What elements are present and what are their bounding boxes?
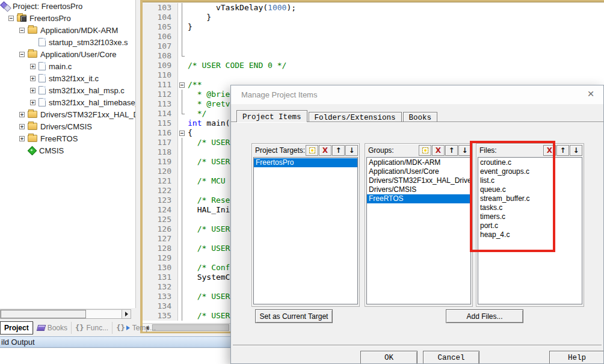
tab-books[interactable]: Books <box>33 322 71 334</box>
list-item[interactable]: croutine.c <box>478 158 582 167</box>
move-down-button[interactable]: ↓ <box>345 145 358 156</box>
file-icon <box>39 62 46 70</box>
fold-toggle-icon[interactable]: − <box>179 131 185 136</box>
expand-toggle[interactable]: − <box>19 52 25 57</box>
list-item[interactable]: Drivers/CMSIS <box>367 185 470 194</box>
tree-item-drivers-stm32f1xx-hal-driv[interactable]: +Drivers/STM32F1xx_HAL_Driv <box>0 108 135 120</box>
list-item[interactable]: FreeRTOS <box>367 194 470 203</box>
list-item[interactable]: FreertosPro <box>254 158 357 167</box>
cancel-button[interactable]: Cancel <box>423 351 479 364</box>
fold-column <box>177 224 186 234</box>
new-item-button[interactable] <box>306 145 318 156</box>
scroll-right-icon[interactable] <box>122 310 131 318</box>
list-item[interactable]: port.c <box>478 221 582 230</box>
list-item[interactable]: event_groups.c <box>478 167 582 176</box>
fold-toggle-icon[interactable]: − <box>179 82 185 88</box>
list-item[interactable]: timers.c <box>478 212 582 221</box>
code-text: /* USER <box>186 157 230 167</box>
code-text: /* Confi <box>186 263 235 273</box>
fold-column <box>177 263 186 273</box>
list-item[interactable]: list.c <box>478 176 582 185</box>
expand-toggle[interactable]: + <box>19 124 25 129</box>
tab-func[interactable]: {}Func... <box>71 322 112 334</box>
tree-item-project-freertospro[interactable]: Project: FreertosPro <box>0 0 135 12</box>
line-number: 125 <box>143 215 177 224</box>
tab-label: Project <box>4 324 29 332</box>
tree-item-application-user-core[interactable]: −Application/User/Core <box>0 48 135 60</box>
file-icon <box>39 74 46 82</box>
move-up-button[interactable]: ↑ <box>445 145 458 156</box>
code-text: SystemCl <box>186 273 235 282</box>
line-number: 120 <box>143 167 177 176</box>
tree-horizontal-scrollbar[interactable] <box>0 309 131 319</box>
braces-icon: {} <box>116 324 125 332</box>
fold-column <box>177 119 186 128</box>
list-item[interactable]: queue.c <box>478 185 582 194</box>
list-item[interactable]: Application/MDK-ARM <box>367 158 470 167</box>
tree-item-cmsis[interactable]: CMSIS <box>0 144 135 156</box>
code-text: /* MCU C <box>186 176 235 186</box>
code-line: 110 <box>143 70 604 80</box>
tab-project[interactable]: Project <box>0 321 33 335</box>
expand-toggle[interactable]: + <box>30 64 35 69</box>
expand-toggle[interactable]: + <box>19 136 25 141</box>
item-list[interactable]: croutine.cevent_groups.clist.cqueue.cstr… <box>478 157 582 304</box>
expand-toggle[interactable]: + <box>30 76 35 81</box>
dialog-titlebar[interactable]: Manage Project Items × <box>231 85 603 104</box>
line-number: 118 <box>143 147 177 157</box>
fold-column <box>177 273 186 282</box>
list-item[interactable]: tasks.c <box>478 203 582 212</box>
tree-scrollbar-thumb[interactable] <box>1 310 86 318</box>
move-down-button[interactable]: ↓ <box>570 145 582 156</box>
help-button[interactable]: Help <box>549 351 604 364</box>
new-item-button[interactable] <box>419 145 431 156</box>
move-down-button[interactable]: ↓ <box>458 145 471 156</box>
code-text: /** <box>186 80 202 90</box>
fold-column <box>177 186 186 196</box>
tree-item-freertospro[interactable]: −FreertosPro <box>0 12 135 24</box>
tab-books[interactable]: Books <box>403 112 438 122</box>
move-up-button[interactable]: ↑ <box>556 145 569 156</box>
list-item[interactable]: Drivers/STM32F1xx_HAL_Driver <box>367 176 470 185</box>
delete-item-button[interactable]: X <box>319 145 331 156</box>
ok-button[interactable]: OK <box>360 351 418 364</box>
tab-folders-extensions[interactable]: Folders/Extensions <box>309 112 402 122</box>
tab-temp[interactable]: {}Temp... <box>112 322 159 334</box>
expand-toggle[interactable]: + <box>30 88 35 93</box>
add-files-button[interactable]: Add Files... <box>446 309 523 323</box>
delete-item-button[interactable]: X <box>432 145 445 156</box>
list-item[interactable]: heap_4.c <box>478 230 582 239</box>
tree-item-drivers-cmsis[interactable]: +Drivers/CMSIS <box>0 120 135 132</box>
delete-item-button[interactable]: X <box>543 145 556 156</box>
item-list[interactable]: FreertosPro <box>253 157 358 304</box>
tree-item-application-mdk-arm[interactable]: −Application/MDK-ARM <box>0 24 135 36</box>
column-files: Files:X↑↓croutine.cevent_groups.clist.cq… <box>476 143 584 307</box>
tree-item-stm32f1xx-hal-timebase[interactable]: +stm32f1xx_hal_timebase_ <box>0 96 135 108</box>
line-number: 116 <box>143 128 177 138</box>
fold-column <box>177 282 186 292</box>
item-list[interactable]: Application/MDK-ARMApplication/User/Core… <box>366 157 471 304</box>
tree-item-freertos[interactable]: +FreeRTOS <box>0 132 135 144</box>
line-number: 105 <box>143 22 177 32</box>
fold-column <box>177 311 186 321</box>
list-item[interactable]: stream_buffer.c <box>478 194 582 203</box>
tree-item-startup-stm32f103xe-s[interactable]: startup_stm32f103xe.s <box>0 36 135 48</box>
line-number: 124 <box>143 205 177 215</box>
move-up-button[interactable]: ↑ <box>332 145 345 156</box>
expand-toggle[interactable]: − <box>19 28 25 33</box>
line-number: 135 <box>143 311 177 321</box>
expand-toggle[interactable]: + <box>19 112 25 117</box>
tree-item-stm32f1xx-it-c[interactable]: +stm32f1xx_it.c <box>0 72 135 84</box>
file-icon <box>39 38 46 46</box>
tab-project-items[interactable]: Project Items <box>236 110 307 122</box>
set-as-current-target-button[interactable]: Set as Current Target <box>255 309 333 323</box>
list-item[interactable]: Application/User/Core <box>367 167 470 176</box>
tree-item-main-c[interactable]: +main.c <box>0 60 135 72</box>
close-icon[interactable]: × <box>584 87 597 100</box>
code-text: /* USER <box>186 292 230 301</box>
tree-item-stm32f1xx-hal-msp-c[interactable]: +stm32f1xx_hal_msp.c <box>0 84 135 96</box>
file-icon <box>39 98 46 106</box>
expand-toggle[interactable]: + <box>30 100 35 105</box>
fold-column <box>177 147 186 157</box>
expand-toggle[interactable]: − <box>8 16 14 21</box>
